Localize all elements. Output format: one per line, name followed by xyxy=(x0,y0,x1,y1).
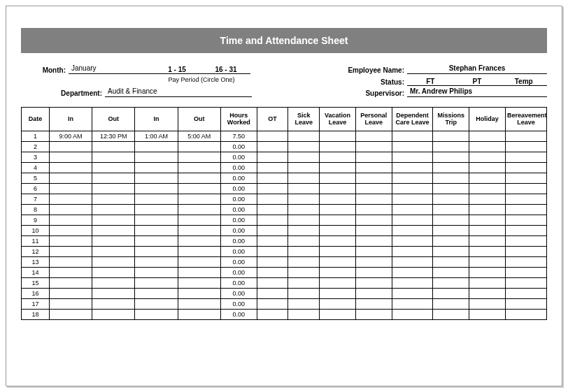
cell-date[interactable]: 14 xyxy=(22,268,50,278)
cell-holiday[interactable] xyxy=(469,299,506,310)
cell-in1[interactable] xyxy=(50,163,92,173)
cell-missions[interactable] xyxy=(433,299,469,310)
cell-out2[interactable] xyxy=(178,226,220,236)
cell-personal[interactable] xyxy=(355,247,392,257)
cell-date[interactable]: 13 xyxy=(22,257,50,268)
cell-holiday[interactable] xyxy=(469,236,506,247)
cell-out2[interactable] xyxy=(178,142,220,152)
cell-bereave[interactable] xyxy=(506,184,547,194)
cell-sick[interactable] xyxy=(288,194,320,205)
cell-bereave[interactable] xyxy=(506,131,547,142)
cell-ot[interactable] xyxy=(257,205,288,215)
cell-hours[interactable]: 0.00 xyxy=(220,152,257,163)
cell-out2[interactable] xyxy=(178,205,220,215)
cell-bereave[interactable] xyxy=(506,163,547,173)
cell-sick[interactable] xyxy=(288,142,320,152)
cell-ot[interactable] xyxy=(257,247,288,257)
cell-in2[interactable] xyxy=(135,205,178,215)
cell-in1[interactable] xyxy=(50,205,92,215)
cell-out1[interactable] xyxy=(92,205,135,215)
cell-in1[interactable] xyxy=(50,152,92,163)
cell-date[interactable]: 10 xyxy=(22,226,50,236)
month-value[interactable]: January xyxy=(69,64,152,74)
cell-out1[interactable] xyxy=(92,289,135,299)
employee-value[interactable]: Stephan Frances xyxy=(407,64,547,74)
cell-dependent[interactable] xyxy=(392,310,433,320)
cell-out2[interactable]: 5:00 AM xyxy=(178,131,220,142)
cell-date[interactable]: 11 xyxy=(22,236,50,247)
cell-missions[interactable] xyxy=(433,184,469,194)
cell-ot[interactable] xyxy=(257,226,288,236)
cell-ot[interactable] xyxy=(257,289,288,299)
cell-ot[interactable] xyxy=(257,131,288,142)
cell-date[interactable]: 12 xyxy=(22,247,50,257)
cell-sick[interactable] xyxy=(288,247,320,257)
cell-out2[interactable] xyxy=(178,173,220,184)
cell-vacation[interactable] xyxy=(320,236,356,247)
cell-hours[interactable]: 0.00 xyxy=(220,142,257,152)
cell-in1[interactable] xyxy=(50,278,92,289)
cell-date[interactable]: 17 xyxy=(22,299,50,310)
cell-in1[interactable] xyxy=(50,173,92,184)
cell-personal[interactable] xyxy=(355,226,392,236)
cell-vacation[interactable] xyxy=(320,194,356,205)
cell-out2[interactable] xyxy=(178,152,220,163)
cell-holiday[interactable] xyxy=(469,257,506,268)
cell-dependent[interactable] xyxy=(392,184,433,194)
cell-in2[interactable] xyxy=(135,289,178,299)
cell-in2[interactable] xyxy=(135,173,178,184)
pay-period-1[interactable]: 1 - 15 xyxy=(152,66,201,74)
cell-out1[interactable] xyxy=(92,236,135,247)
cell-missions[interactable] xyxy=(433,131,469,142)
cell-bereave[interactable] xyxy=(506,247,547,257)
cell-vacation[interactable] xyxy=(320,289,356,299)
cell-missions[interactable] xyxy=(433,278,469,289)
cell-ot[interactable] xyxy=(257,310,288,320)
cell-dependent[interactable] xyxy=(392,152,433,163)
cell-bereave[interactable] xyxy=(506,257,547,268)
cell-vacation[interactable] xyxy=(320,163,356,173)
cell-bereave[interactable] xyxy=(506,310,547,320)
cell-dependent[interactable] xyxy=(392,268,433,278)
cell-in1[interactable] xyxy=(50,215,92,226)
cell-personal[interactable] xyxy=(355,289,392,299)
department-value[interactable]: Audit & Finance xyxy=(105,87,252,97)
cell-in2[interactable] xyxy=(135,194,178,205)
cell-holiday[interactable] xyxy=(469,184,506,194)
cell-hours[interactable]: 0.00 xyxy=(220,215,257,226)
cell-dependent[interactable] xyxy=(392,215,433,226)
cell-out1[interactable] xyxy=(92,173,135,184)
cell-out1[interactable]: 12:30 PM xyxy=(92,131,135,142)
cell-dependent[interactable] xyxy=(392,257,433,268)
cell-vacation[interactable] xyxy=(320,215,356,226)
cell-out2[interactable] xyxy=(178,289,220,299)
cell-hours[interactable]: 0.00 xyxy=(220,236,257,247)
cell-sick[interactable] xyxy=(288,184,320,194)
cell-ot[interactable] xyxy=(257,268,288,278)
cell-holiday[interactable] xyxy=(469,268,506,278)
cell-personal[interactable] xyxy=(355,131,392,142)
cell-sick[interactable] xyxy=(288,257,320,268)
cell-vacation[interactable] xyxy=(320,247,356,257)
cell-sick[interactable] xyxy=(288,289,320,299)
cell-personal[interactable] xyxy=(355,215,392,226)
cell-personal[interactable] xyxy=(355,184,392,194)
cell-hours[interactable]: 0.00 xyxy=(220,310,257,320)
cell-bereave[interactable] xyxy=(506,173,547,184)
cell-missions[interactable] xyxy=(433,289,469,299)
cell-out2[interactable] xyxy=(178,257,220,268)
cell-holiday[interactable] xyxy=(469,247,506,257)
cell-sick[interactable] xyxy=(288,215,320,226)
cell-ot[interactable] xyxy=(257,152,288,163)
cell-missions[interactable] xyxy=(433,236,469,247)
cell-in2[interactable] xyxy=(135,299,178,310)
cell-personal[interactable] xyxy=(355,194,392,205)
cell-out2[interactable] xyxy=(178,184,220,194)
cell-dependent[interactable] xyxy=(392,131,433,142)
cell-date[interactable]: 4 xyxy=(22,163,50,173)
cell-hours[interactable]: 0.00 xyxy=(220,205,257,215)
cell-ot[interactable] xyxy=(257,173,288,184)
cell-holiday[interactable] xyxy=(469,226,506,236)
cell-ot[interactable] xyxy=(257,236,288,247)
pay-period-2[interactable]: 16 - 31 xyxy=(201,66,250,74)
